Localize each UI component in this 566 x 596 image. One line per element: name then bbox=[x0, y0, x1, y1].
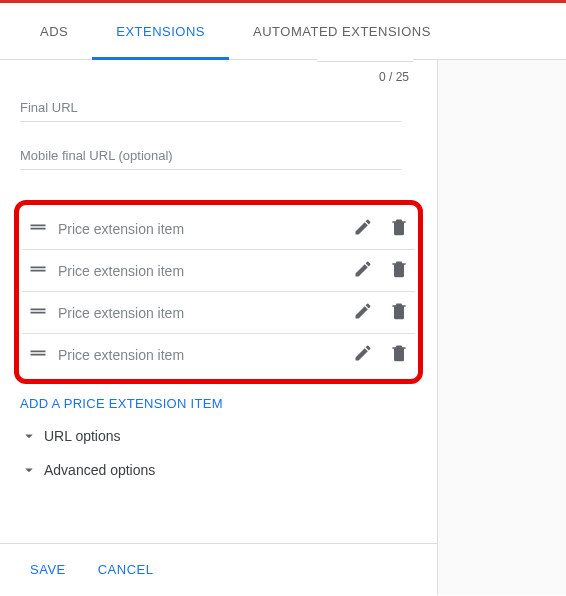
edit-icon[interactable] bbox=[353, 301, 373, 325]
mobile-final-url-label: Mobile final URL (optional) bbox=[20, 148, 401, 163]
tab-ads[interactable]: ADS bbox=[16, 3, 92, 59]
drag-handle-icon[interactable] bbox=[28, 343, 48, 367]
cancel-button[interactable]: CANCEL bbox=[98, 562, 154, 577]
save-button[interactable]: SAVE bbox=[30, 562, 66, 577]
side-panel bbox=[438, 60, 566, 595]
tab-bar: ADS EXTENSIONS AUTOMATED EXTENSIONS bbox=[0, 3, 566, 60]
chevron-down-icon bbox=[20, 461, 38, 479]
price-items-highlight: Price extension item Price extension ite… bbox=[14, 200, 423, 384]
delete-icon[interactable] bbox=[389, 343, 409, 367]
advanced-options-label: Advanced options bbox=[44, 462, 155, 478]
add-price-item-link[interactable]: ADD A PRICE EXTENSION ITEM bbox=[20, 384, 417, 419]
edit-icon[interactable] bbox=[353, 217, 373, 241]
delete-icon[interactable] bbox=[389, 301, 409, 325]
price-item-label: Price extension item bbox=[58, 263, 353, 279]
price-item-row[interactable]: Price extension item bbox=[22, 334, 415, 376]
delete-icon[interactable] bbox=[389, 259, 409, 283]
price-item-row[interactable]: Price extension item bbox=[22, 250, 415, 292]
url-options-expander[interactable]: URL options bbox=[20, 419, 417, 453]
drag-handle-icon[interactable] bbox=[28, 301, 48, 325]
chevron-down-icon bbox=[20, 427, 38, 445]
edit-icon[interactable] bbox=[353, 259, 373, 283]
price-item-label: Price extension item bbox=[58, 221, 353, 237]
price-item-row[interactable]: Price extension item bbox=[22, 208, 415, 250]
price-item-label: Price extension item bbox=[58, 347, 353, 363]
mobile-final-url-field[interactable]: Mobile final URL (optional) bbox=[20, 134, 401, 170]
final-url-field[interactable]: Final URL bbox=[20, 86, 401, 122]
main-column: 0 / 25 Final URL Mobile final URL (optio… bbox=[0, 60, 438, 595]
tab-automated-extensions[interactable]: AUTOMATED EXTENSIONS bbox=[229, 3, 455, 59]
tab-extensions[interactable]: EXTENSIONS bbox=[92, 3, 229, 59]
price-item-row[interactable]: Price extension item bbox=[22, 292, 415, 334]
final-url-label: Final URL bbox=[20, 100, 401, 115]
advanced-options-expander[interactable]: Advanced options bbox=[20, 453, 417, 487]
char-counter: 0 / 25 bbox=[317, 62, 413, 84]
button-bar: SAVE CANCEL bbox=[0, 543, 437, 595]
content-wrapper: 0 / 25 Final URL Mobile final URL (optio… bbox=[0, 60, 566, 595]
drag-handle-icon[interactable] bbox=[28, 259, 48, 283]
drag-handle-icon[interactable] bbox=[28, 217, 48, 241]
prev-field-bottom: 0 / 25 bbox=[317, 56, 413, 84]
url-options-label: URL options bbox=[44, 428, 121, 444]
price-item-label: Price extension item bbox=[58, 305, 353, 321]
delete-icon[interactable] bbox=[389, 217, 409, 241]
edit-icon[interactable] bbox=[353, 343, 373, 367]
